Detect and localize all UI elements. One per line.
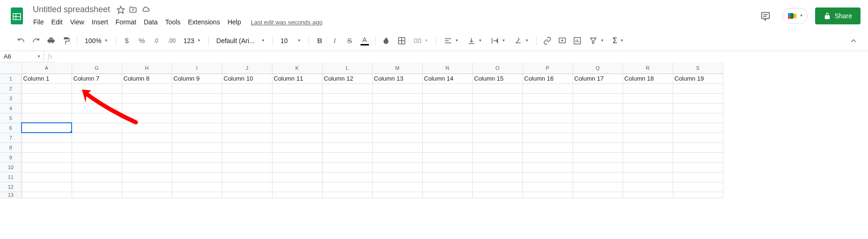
cell[interactable] [272,172,322,182]
cell[interactable] [272,83,322,93]
cell[interactable] [372,162,422,172]
cell[interactable] [122,142,172,152]
col-header[interactable]: I [172,62,222,74]
percent-button[interactable]: % [135,34,149,48]
cell[interactable] [222,192,272,198]
cell[interactable]: Column 11 [272,74,322,83]
cell[interactable] [372,172,422,182]
cell[interactable] [272,93,322,103]
cell[interactable] [372,142,422,152]
cell[interactable] [522,152,573,162]
cloud-status-icon[interactable] [141,6,150,14]
row-header[interactable]: 2 [0,83,22,93]
cell[interactable] [422,113,472,123]
menu-format[interactable]: Format [112,16,140,28]
row-header[interactable]: 13 [0,192,22,198]
cell[interactable]: Column 7 [72,74,122,83]
cell[interactable] [72,142,122,152]
cell[interactable] [422,182,472,192]
cell[interactable] [22,162,72,172]
select-all-corner[interactable] [0,62,22,74]
cell[interactable] [222,113,272,123]
col-header[interactable]: S [673,62,723,74]
cell[interactable] [472,182,522,192]
cell[interactable] [422,162,472,172]
cell[interactable]: Column 17 [573,74,623,83]
row-header[interactable]: 9 [0,152,22,162]
cell[interactable] [322,152,372,162]
cell[interactable] [272,123,322,133]
cell[interactable] [623,93,673,103]
cell[interactable] [22,152,72,162]
cell[interactable] [673,103,723,113]
cell[interactable] [422,172,472,182]
functions-button[interactable]: Σ▼ [609,34,627,48]
cell[interactable] [122,182,172,192]
cell[interactable] [272,113,322,123]
cell[interactable] [673,172,723,182]
sheets-logo[interactable] [7,7,26,25]
row-header[interactable]: 3 [0,93,22,103]
cell[interactable]: Column 13 [372,74,422,83]
cell[interactable] [172,103,222,113]
cell[interactable] [673,83,723,93]
cell[interactable] [573,182,623,192]
cell[interactable] [22,182,72,192]
decrease-decimal-button[interactable]: .0 [150,34,164,48]
cell[interactable] [172,83,222,93]
cell[interactable] [172,172,222,182]
cell[interactable] [72,113,122,123]
col-header[interactable]: M [372,62,422,74]
cell[interactable]: Column 18 [623,74,673,83]
cell[interactable] [172,182,222,192]
menu-file[interactable]: File [30,16,47,28]
cell[interactable] [573,113,623,123]
cell[interactable] [372,152,422,162]
star-icon[interactable] [117,6,125,14]
font-select[interactable]: Default (Ari...▼ [213,34,269,48]
comments-icon[interactable] [756,7,775,25]
menu-extensions[interactable]: Extensions [184,16,223,28]
cell[interactable] [72,133,122,142]
cell[interactable] [372,133,422,142]
share-button[interactable]: Share [815,7,861,24]
row-header[interactable]: 4 [0,103,22,113]
col-header[interactable]: G [72,62,122,74]
cell[interactable] [22,192,72,198]
cell[interactable] [22,133,72,142]
cell[interactable] [422,123,472,133]
cell[interactable] [222,103,272,113]
menu-data[interactable]: Data [140,16,161,28]
cell[interactable] [122,83,172,93]
cell[interactable] [573,133,623,142]
formula-input[interactable] [55,51,868,62]
cell[interactable] [72,103,122,113]
cell[interactable] [472,133,522,142]
cell[interactable] [322,172,372,182]
cell[interactable] [22,93,72,103]
cell[interactable] [222,162,272,172]
currency-button[interactable]: $ [120,34,134,48]
row-header[interactable]: 11 [0,172,22,182]
col-header[interactable]: J [222,62,272,74]
cell[interactable] [623,182,673,192]
cell[interactable] [472,192,522,198]
cell[interactable] [322,123,372,133]
borders-button[interactable] [395,34,409,48]
cell[interactable] [623,192,673,198]
undo-button[interactable] [14,34,28,48]
cell[interactable] [72,172,122,182]
cell[interactable] [623,152,673,162]
font-size-select[interactable]: 10▼ [277,34,305,48]
cell[interactable] [522,113,573,123]
cell[interactable] [673,93,723,103]
cell[interactable] [673,192,723,198]
cell[interactable] [673,142,723,152]
cell[interactable] [522,93,573,103]
cell[interactable] [322,192,372,198]
print-button[interactable] [44,34,58,48]
cell[interactable] [122,123,172,133]
cell[interactable] [222,123,272,133]
cell[interactable] [272,162,322,172]
cell[interactable] [272,182,322,192]
